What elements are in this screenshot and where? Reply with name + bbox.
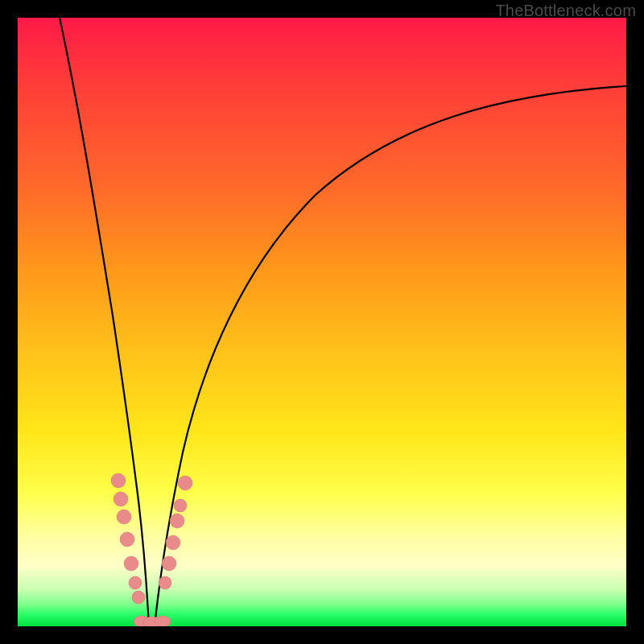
svg-point-6: [132, 591, 145, 604]
svg-point-12: [178, 476, 192, 490]
svg-point-8: [162, 556, 176, 571]
svg-point-11: [174, 499, 187, 512]
outer-frame: TheBottleneck.com: [0, 0, 644, 644]
svg-point-2: [117, 510, 131, 524]
svg-point-0: [111, 473, 126, 488]
markers-bottom: [134, 616, 171, 626]
chart-svg: [18, 18, 626, 626]
svg-point-15: [155, 616, 171, 626]
curve-left-branch: [60, 18, 149, 626]
curve-right-branch: [155, 86, 626, 626]
markers-left: [111, 473, 145, 604]
svg-point-4: [124, 556, 138, 571]
watermark-text: TheBottleneck.com: [495, 2, 636, 20]
svg-point-9: [166, 535, 180, 550]
svg-point-10: [170, 514, 184, 528]
svg-point-1: [114, 492, 128, 506]
svg-point-7: [159, 576, 171, 589]
svg-point-5: [129, 576, 142, 589]
svg-point-3: [120, 532, 134, 547]
plot-area: [18, 18, 626, 626]
